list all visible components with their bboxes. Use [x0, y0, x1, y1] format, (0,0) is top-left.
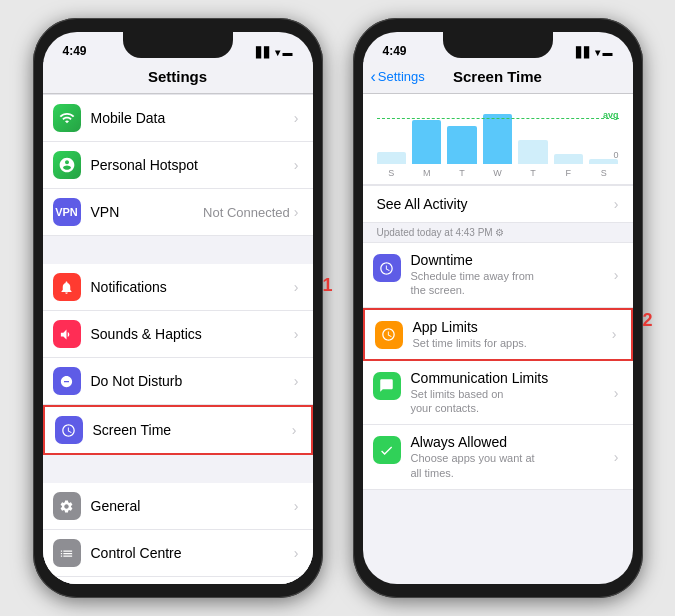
day-s2: S	[589, 168, 618, 178]
hotspot-chevron: ›	[294, 157, 299, 173]
wifi-icon: ▾	[275, 47, 280, 58]
applimits-content: App Limits Set time limits for apps.	[413, 319, 612, 350]
screen-time-nav: ‹ Settings Screen Time	[363, 62, 633, 94]
sounds-label: Sounds & Haptics	[91, 326, 294, 342]
phone1-shell: 4:49 ▋▋ ▾ ▬ Settings Mobile Data ›	[33, 18, 323, 598]
downtime-title: Downtime	[411, 252, 614, 268]
control-icon	[53, 539, 81, 567]
row-dnd[interactable]: Do Not Disturb ›	[43, 358, 313, 405]
phone2-screen: 4:49 ▋▋ ▾ ▬ ‹ Settings Screen Time avg	[363, 32, 633, 584]
row-sounds[interactable]: Sounds & Haptics ›	[43, 311, 313, 358]
bar-w-rect	[483, 114, 512, 164]
wifi-icon-2: ▾	[595, 47, 600, 58]
mobile-label: Mobile Data	[91, 110, 294, 126]
chart-days: S M T W T F S	[377, 168, 619, 178]
notifications-icon	[53, 273, 81, 301]
allowed-icon	[373, 436, 401, 464]
screentime-label: Screen Time	[93, 422, 292, 438]
step-badge-1: 1	[322, 274, 332, 295]
phone1-screen: 4:49 ▋▋ ▾ ▬ Settings Mobile Data ›	[43, 32, 313, 584]
step-badge-2: 2	[642, 309, 652, 330]
commlimits-content: Communication Limits Set limits based on…	[411, 370, 614, 416]
vpn-label: VPN	[91, 204, 204, 220]
applimits-icon	[375, 321, 403, 349]
vpn-chevron: ›	[294, 204, 299, 220]
bar-m-rect	[412, 120, 441, 164]
row-commlimits[interactable]: Communication Limits Set limits based on…	[363, 361, 633, 426]
dnd-chevron: ›	[294, 373, 299, 389]
row-general[interactable]: General ›	[43, 483, 313, 530]
commlimits-subtitle: Set limits based onyour contacts.	[411, 387, 614, 416]
back-chevron-icon: ‹	[371, 68, 376, 86]
avg-line	[377, 118, 619, 119]
bar-f	[554, 154, 583, 164]
row-hotspot[interactable]: Personal Hotspot ›	[43, 142, 313, 189]
notch1	[123, 32, 233, 58]
see-all-row[interactable]: See All Activity ›	[363, 185, 633, 223]
row-downtime[interactable]: Downtime Schedule time away fromthe scre…	[363, 243, 633, 308]
control-chevron: ›	[294, 545, 299, 561]
allowed-chevron: ›	[614, 449, 619, 465]
downtime-subtitle: Schedule time away fromthe screen.	[411, 269, 614, 298]
vpn-icon: VPN	[53, 198, 81, 226]
updated-label: Updated today at 4:43 PM	[377, 227, 493, 238]
screentime-icon	[55, 416, 83, 444]
bar-t1-rect	[447, 126, 476, 164]
general-icon	[53, 492, 81, 520]
status-time-2: 4:49	[383, 44, 407, 58]
row-control[interactable]: Control Centre ›	[43, 530, 313, 577]
sounds-chevron: ›	[294, 326, 299, 342]
bar-s1	[377, 152, 406, 164]
control-label: Control Centre	[91, 545, 294, 561]
allowed-subtitle: Choose apps you want atall times.	[411, 451, 614, 480]
commlimits-icon	[373, 372, 401, 400]
nav-title-1: Settings	[148, 68, 207, 85]
bar-f-rect	[554, 154, 583, 164]
status-icons-1: ▋▋ ▾ ▬	[256, 47, 293, 58]
gap-2	[43, 455, 313, 483]
screentime-chevron: ›	[292, 422, 297, 438]
applimits-chevron: ›	[612, 326, 617, 342]
signal-icon-2: ▋▋	[576, 47, 592, 58]
row-allowed[interactable]: Always Allowed Choose apps you want atal…	[363, 425, 633, 490]
day-t2: T	[518, 168, 547, 178]
see-all-label: See All Activity	[377, 196, 468, 212]
nav-back-button[interactable]: ‹ Settings	[371, 68, 425, 86]
row-applimits[interactable]: App Limits Set time limits for apps. ›	[363, 308, 633, 361]
notch2	[443, 32, 553, 58]
battery-icon: ▬	[283, 47, 293, 58]
chart-area: avg 0	[363, 94, 633, 185]
day-s1: S	[377, 168, 406, 178]
allowed-content: Always Allowed Choose apps you want atal…	[411, 434, 614, 480]
allowed-title: Always Allowed	[411, 434, 614, 450]
row-display[interactable]: AA Display & Brightness ›	[43, 577, 313, 584]
day-t1: T	[447, 168, 476, 178]
row-mobile[interactable]: Mobile Data ›	[43, 94, 313, 142]
signal-icon: ▋▋	[256, 47, 272, 58]
status-time-1: 4:49	[63, 44, 87, 58]
nav-bar-1: Settings	[43, 62, 313, 94]
row-notifications[interactable]: Notifications ›	[43, 264, 313, 311]
row-vpn[interactable]: VPN VPN Not Connected ›	[43, 189, 313, 236]
settings-list-1: Mobile Data › Personal Hotspot › VPN VPN…	[43, 94, 313, 584]
bar-s1-rect	[377, 152, 406, 164]
status-icons-2: ▋▋ ▾ ▬	[576, 47, 613, 58]
bar-t1	[447, 126, 476, 164]
hotspot-label: Personal Hotspot	[91, 157, 294, 173]
commlimits-title: Communication Limits	[411, 370, 614, 386]
back-label: Settings	[378, 69, 425, 84]
chart-bars: avg 0	[377, 104, 619, 164]
dnd-icon	[53, 367, 81, 395]
vpn-value: Not Connected	[203, 205, 290, 220]
avg-label: avg	[603, 110, 619, 120]
bar-w	[483, 114, 512, 164]
zero-label: 0	[613, 150, 618, 160]
notifications-chevron: ›	[294, 279, 299, 295]
notifications-label: Notifications	[91, 279, 294, 295]
bar-t2	[518, 140, 547, 164]
downtime-icon	[373, 254, 401, 282]
day-m: M	[412, 168, 441, 178]
row-screentime[interactable]: Screen Time ›	[43, 405, 313, 455]
day-w: W	[483, 168, 512, 178]
see-all-chevron: ›	[614, 196, 619, 212]
